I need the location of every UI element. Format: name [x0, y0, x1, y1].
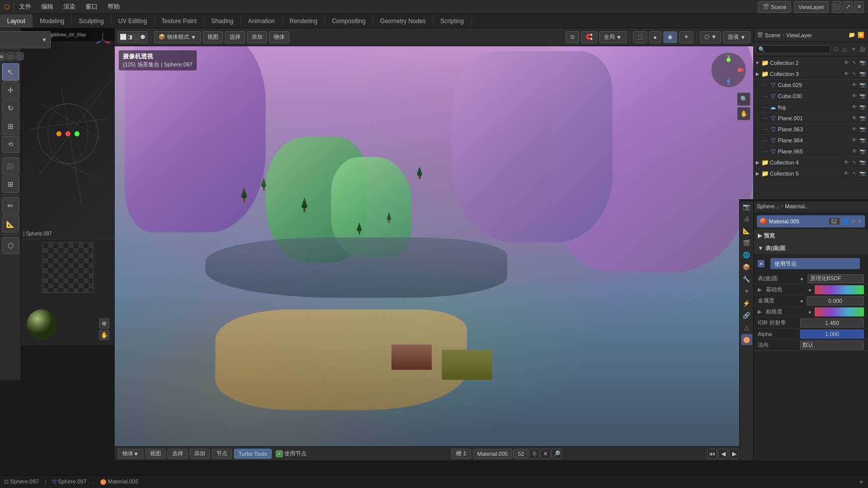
outliner-item-plane001[interactable]: — ▽ Plane.001 👁 📷	[754, 113, 868, 124]
tool-annotate[interactable]: ✏	[2, 197, 19, 214]
tab-layout[interactable]: Layout	[0, 14, 33, 28]
object-menu[interactable]: 物体	[269, 31, 289, 43]
tool-mode-dropdown[interactable]: 物体模式 ▼	[0, 31, 51, 48]
alpha-value[interactable]: 1.000	[800, 330, 864, 339]
col2-arrow[interactable]: ▼	[754, 60, 761, 65]
tab-output-props[interactable]: 🖨	[741, 213, 752, 224]
material-browse[interactable]: 🔎	[551, 449, 562, 459]
bottom-node-btn[interactable]: 节点	[212, 449, 232, 459]
shading-solid[interactable]: ●	[649, 31, 662, 43]
play-back[interactable]: ◀	[718, 449, 728, 459]
material-copy[interactable]: ⎘	[529, 449, 539, 459]
pan-btn[interactable]: ✋	[99, 330, 109, 340]
col4-arrow[interactable]: ▶	[754, 160, 761, 165]
global-local[interactable]: 全局 ▼	[599, 31, 626, 43]
ior-value[interactable]: 1.450	[800, 318, 864, 328]
turbo-tools-btn[interactable]: Turbo Tools	[234, 449, 272, 459]
tab-compositing[interactable]: Compositing	[325, 14, 373, 28]
col3-render[interactable]: 📷	[859, 70, 866, 77]
normal-value[interactable]: 默认	[800, 341, 864, 350]
plane001-vis[interactable]: 👁	[851, 115, 858, 122]
tab-texture-paint[interactable]: Texture Paint	[154, 14, 204, 28]
tab-rendering[interactable]: Rendering	[282, 14, 325, 28]
tool-move[interactable]: ✛	[2, 82, 19, 99]
tab-uv-editing[interactable]: UV Editing	[111, 14, 154, 28]
col4-vis[interactable]: 👁	[843, 159, 850, 166]
tool-camera[interactable]: 🎥	[2, 157, 19, 175]
outliner-item-col5[interactable]: ▶ 📁 Collection 5 👁 ↖ 📷	[754, 168, 868, 179]
tool-select[interactable]: ↖	[2, 63, 19, 80]
bottom-view-btn[interactable]: 视图	[145, 449, 166, 459]
cube029-vis[interactable]: 👁	[851, 82, 858, 89]
shading-rendered[interactable]: ☀	[679, 31, 693, 43]
tab-constraints[interactable]: 🔗	[741, 310, 752, 321]
tab-data-props[interactable]: △	[741, 322, 752, 333]
col5-render[interactable]: 📷	[859, 170, 866, 177]
view-menu[interactable]: 视图	[203, 31, 223, 43]
tab-sculpting[interactable]: Sculpting	[72, 14, 111, 28]
surface-header[interactable]: ▼ 表(曲)面	[754, 242, 868, 254]
outliner-item-fog[interactable]: — ☁ fog 👁 📷	[754, 102, 868, 113]
tool-lasso[interactable]: ◌	[16, 52, 24, 60]
material-delete[interactable]: ✕	[540, 449, 550, 459]
cube030-render[interactable]: 📷	[859, 93, 866, 100]
base-color-value[interactable]	[815, 285, 864, 294]
scene-selector[interactable]: 🎬 Scene	[758, 1, 791, 13]
tab-scripting[interactable]: Scripting	[433, 14, 471, 28]
nodes-socket-icon[interactable]: ■	[758, 260, 764, 267]
proportional-edit[interactable]: ⊙	[566, 31, 579, 43]
fog-vis[interactable]: 👁	[851, 104, 858, 111]
zoom-in-btn[interactable]: ⊕	[99, 318, 109, 329]
tool-cursor[interactable]: ⊕	[0, 52, 6, 60]
tab-physics[interactable]: ⚡	[741, 298, 752, 309]
shading-wire[interactable]: ⬚	[633, 31, 647, 43]
col5-arrow[interactable]: ▶	[754, 171, 761, 176]
col4-select[interactable]: ↖	[851, 159, 858, 166]
cube029-arrow[interactable]: —	[762, 83, 769, 88]
snap-toggle[interactable]: 🧲	[581, 31, 597, 43]
filter-light[interactable]: ☀	[849, 45, 857, 53]
material-count-btn[interactable]: 52	[513, 449, 528, 459]
tool-grid[interactable]: ⊞	[2, 176, 19, 193]
plane964-render[interactable]: 📷	[859, 137, 866, 144]
screen-layout-btn[interactable]: ⬛	[832, 1, 842, 13]
plane963-vis[interactable]: 👁	[851, 126, 858, 133]
tool-transform[interactable]: ⟲	[2, 136, 19, 153]
viewport-shading-icons[interactable]: ⬜ ◨ ⬛ ⬟	[118, 31, 147, 43]
cube030-vis[interactable]: 👁	[851, 93, 858, 100]
col3-select[interactable]: ↖	[851, 70, 858, 77]
outliner-item-plane964[interactable]: — ▽ Plane.964 👁 📷	[754, 135, 868, 146]
roughness-expand[interactable]: ▶	[758, 309, 762, 314]
tab-object-props[interactable]: 📦	[741, 262, 752, 273]
plane001-render[interactable]: 📷	[859, 115, 866, 122]
menu-help[interactable]: 帮助	[103, 0, 125, 14]
plane965-render[interactable]: 📷	[859, 148, 866, 155]
prev-keyframe[interactable]: ⏮	[707, 449, 717, 459]
menu-edit[interactable]: 编辑	[36, 0, 58, 14]
tool-measure[interactable]: 📐	[2, 215, 19, 232]
tool-add-primitive[interactable]: ⬡	[2, 237, 19, 254]
screen-fullscreen-btn[interactable]: ⤢	[843, 1, 853, 13]
tab-world-props[interactable]: 🌐	[741, 250, 752, 261]
outliner-item-col4[interactable]: ▶ 📁 Collection 4 👁 ↖ 📷	[754, 157, 868, 168]
filter-geo[interactable]: △	[840, 45, 848, 53]
menu-render[interactable]: 渲染	[58, 0, 81, 14]
outliner-item-col2[interactable]: ▼ 📁 Collection 2 👁 ↖ 📷	[754, 57, 868, 68]
col3-vis[interactable]: 👁	[843, 70, 850, 77]
tab-scene-props[interactable]: 🎬	[741, 237, 752, 249]
use-nodes-toggle[interactable]: ✓ 使用节点	[276, 450, 306, 457]
outliner-search[interactable]	[756, 45, 830, 53]
zoom-in[interactable]: 🔍	[737, 93, 750, 106]
image-editor-controls[interactable]: ⊕ ✋	[99, 318, 109, 340]
filter-all[interactable]: ⬡	[831, 45, 839, 53]
play-fwd[interactable]: ▶	[729, 449, 739, 459]
col2-vis[interactable]: 👁	[843, 59, 850, 66]
tool-scale[interactable]: ⊞	[2, 118, 19, 135]
shading-material[interactable]: ◉	[663, 31, 677, 43]
bottom-select-btn[interactable]: 选择	[168, 449, 188, 459]
material-user-icon[interactable]: 👤	[843, 218, 850, 225]
menu-file[interactable]: 文件	[14, 0, 36, 14]
tool-rotate[interactable]: ↻	[2, 100, 19, 117]
hand-pan[interactable]: ✋	[737, 107, 750, 120]
filter-btn[interactable]: 🔽	[857, 31, 865, 39]
